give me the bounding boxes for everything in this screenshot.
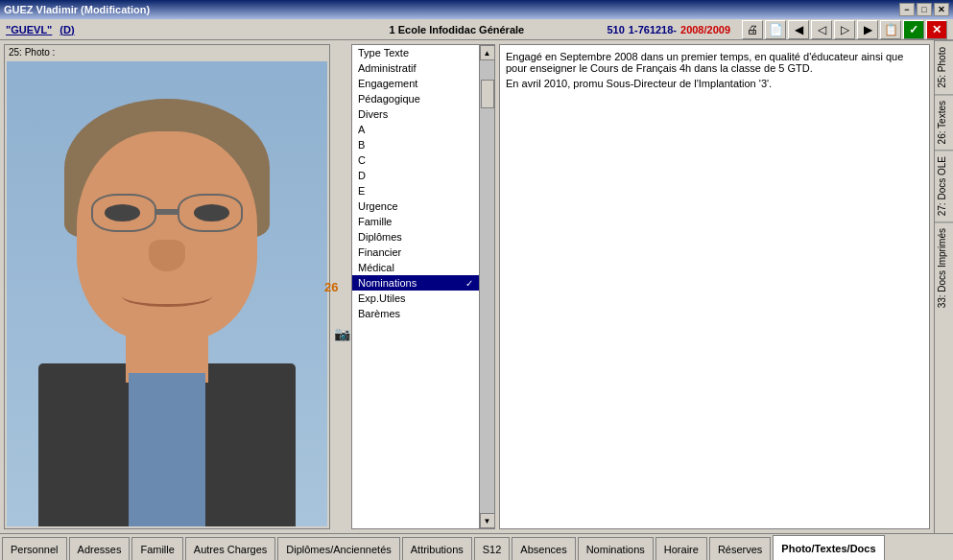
text-panel[interactable]: Engagé en Septembre 2008 dans un premier…	[499, 44, 930, 529]
list-item-e[interactable]: E	[352, 183, 479, 198]
record-id: 1-761218-	[629, 24, 677, 35]
scroll-track	[480, 60, 495, 513]
scroll-up-button[interactable]: ▲	[480, 45, 495, 60]
photo-right-glasses	[178, 194, 242, 231]
tab-photo-textes-docs[interactable]: Photo/Textes/Docs	[773, 535, 884, 560]
list-item-a[interactable]: A	[352, 122, 479, 137]
menu-right: 510 1-761218- 2008/2009 🖨 📄 ◀ ◁ ▷ ▶ 📋 ✓ …	[608, 20, 948, 39]
year: 2008/2009	[680, 24, 730, 35]
menu-bar: "GUEVL" (D) 1 Ecole Infodidac Générale 5…	[0, 19, 953, 40]
tab-adresses[interactable]: Adresses	[69, 537, 131, 560]
tab-reserves[interactable]: Réserves	[709, 537, 771, 560]
window-title: GUEZ Vladimir (Modification)	[4, 4, 150, 15]
cancel-button[interactable]: ✕	[926, 20, 947, 39]
tab-nominations[interactable]: Nominations	[578, 537, 654, 560]
close-button[interactable]: ✕	[934, 3, 949, 16]
list-item-pedagogique[interactable]: Pédagogique	[352, 91, 479, 106]
list-item-famille[interactable]: Famille	[352, 214, 479, 229]
record-number: 26	[324, 280, 338, 294]
list-item-d[interactable]: D	[352, 168, 479, 183]
photo-background	[7, 61, 327, 526]
title-bar: GUEZ Vladimir (Modification) − □ ✕	[0, 0, 953, 19]
right-tabs: 25: Photo26: Textes27: Docs OLE33: Docs …	[934, 40, 953, 533]
list-item-urgence[interactable]: Urgence	[352, 198, 479, 214]
bottom-tabs: PersonnelAdressesFamilleAutres ChargesDi…	[0, 533, 953, 560]
tab-horaire[interactable]: Horaire	[655, 537, 707, 560]
list-item-financier[interactable]: Financier	[352, 245, 479, 260]
list-wrapper: Type TexteAdministratifEngagementPédagog…	[352, 45, 494, 528]
tab-s12[interactable]: S12	[474, 537, 511, 560]
tab-autres-charges[interactable]: Autres Charges	[185, 537, 275, 560]
photo-shirt-inner	[129, 373, 205, 526]
list-item-c[interactable]: C	[352, 152, 479, 168]
window-controls: − □ ✕	[899, 3, 949, 16]
type-code[interactable]: (D)	[60, 24, 74, 35]
first-button[interactable]: ◀	[788, 20, 809, 39]
prev-button[interactable]: ◁	[811, 20, 832, 39]
tab-famille[interactable]: Famille	[131, 537, 182, 560]
photo-panel: 25: Photo :	[4, 44, 330, 529]
record-num: 510	[608, 24, 625, 35]
list-panel: Type TexteAdministratifEngagementPédagog…	[351, 44, 495, 529]
toolbar: 🖨 📄 ◀ ◁ ▷ ▶ 📋 ✓ ✕	[742, 20, 947, 39]
minimize-button[interactable]: −	[899, 3, 915, 16]
maximize-button[interactable]: □	[917, 3, 932, 16]
content-area: 25: Photo :	[0, 40, 953, 533]
list-item-nominations[interactable]: Nominations	[352, 275, 479, 291]
clipboard-button[interactable]: 📋	[880, 20, 901, 39]
page-button[interactable]: 📄	[765, 20, 786, 39]
tab-25-photo[interactable]: 25: Photo	[935, 40, 953, 94]
list-item-engagement[interactable]: Engagement	[352, 76, 479, 91]
confirm-button[interactable]: ✓	[903, 20, 924, 39]
list-item-diplomes[interactable]: Diplômes	[352, 229, 479, 245]
photo-nose	[149, 240, 184, 271]
list-item-divers[interactable]: Divers	[352, 106, 479, 122]
list-scrollbar: ▲ ▼	[479, 45, 494, 528]
photo-left-glasses	[91, 194, 155, 231]
camera-icon[interactable]: 📷	[334, 326, 350, 341]
list-item-exp-utiles[interactable]: Exp.Utiles	[352, 291, 479, 306]
photo-mouth	[122, 286, 212, 307]
list-item-medical[interactable]: Médical	[352, 260, 479, 275]
last-button[interactable]: ▶	[857, 20, 878, 39]
menu-left: "GUEVL" (D)	[6, 24, 306, 35]
glasses-bridge	[156, 209, 178, 216]
list-item-baremes[interactable]: Barèmes	[352, 306, 479, 321]
list-item-b[interactable]: B	[352, 137, 479, 152]
school-name: 1 Ecole Infodidac Générale	[306, 24, 607, 35]
tab-27-docs-ole[interactable]: 27: Docs OLE	[935, 150, 953, 222]
photo-container	[7, 61, 327, 526]
name-code[interactable]: "GUEVL"	[6, 24, 52, 35]
tab-absences[interactable]: Absences	[512, 537, 575, 560]
photo-face	[77, 131, 256, 340]
tab-attributions[interactable]: Attributions	[402, 537, 472, 560]
text-line-0: Engagé en Septembre 2008 dans un premier…	[506, 51, 923, 74]
print-button[interactable]: 🖨	[742, 20, 763, 39]
list-item-administratif[interactable]: Administratif	[352, 60, 479, 76]
main-content: 25: Photo :	[0, 40, 953, 533]
list-item-type-texte[interactable]: Type Texte	[352, 45, 479, 60]
photo-label: 25: Photo :	[5, 45, 329, 59]
tab-diplomes[interactable]: Diplômes/Anciennetés	[277, 537, 399, 560]
text-line-2: En avril 2010, promu Sous-Directeur de l…	[506, 78, 923, 89]
next-button[interactable]: ▷	[834, 20, 855, 39]
scroll-thumb[interactable]	[481, 80, 494, 108]
tab-personnel[interactable]: Personnel	[2, 537, 67, 560]
list-container[interactable]: Type TexteAdministratifEngagementPédagog…	[352, 45, 479, 528]
tab-33-docs-imprimes[interactable]: 33: Docs Imprimés	[935, 222, 953, 314]
scroll-down-button[interactable]: ▼	[480, 513, 495, 528]
tab-26-textes[interactable]: 26: Textes	[935, 94, 953, 150]
